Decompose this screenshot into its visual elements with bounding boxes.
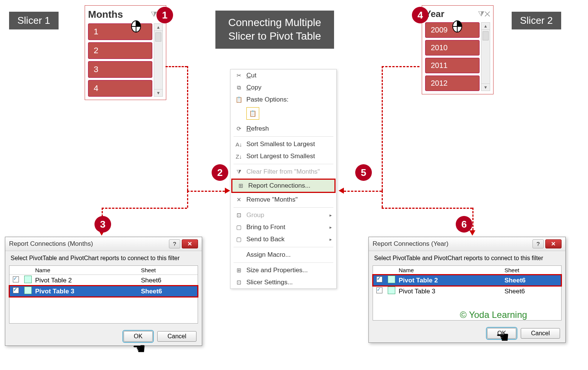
- close-button[interactable]: ✕: [182, 239, 198, 248]
- slicer-2-label: Slicer 2: [512, 12, 561, 29]
- pivottable-icon: [388, 287, 395, 294]
- slicer-item[interactable]: 2011: [425, 58, 480, 73]
- ctx-sort-desc[interactable]: Z↓Sort Largest to Smallest: [231, 150, 336, 162]
- cancel-button[interactable]: Cancel: [157, 331, 197, 342]
- close-button[interactable]: ✕: [545, 239, 562, 248]
- connector-line: [102, 208, 187, 209]
- table-row[interactable]: Pivot Table 3 Sheet6: [373, 286, 561, 297]
- step-badge-3: 3: [94, 216, 111, 233]
- slicer-1-label: Slicer 1: [9, 12, 59, 29]
- ctx-remove[interactable]: ✕Remove "Months": [231, 194, 336, 206]
- pivottable-icon: [24, 287, 32, 294]
- pointer-hand-icon: ☚: [496, 328, 509, 346]
- properties-icon: ⊞: [235, 267, 243, 274]
- context-menu: ✂Cut ⧉Copy 📋Paste Options: 📋 ⟳Refresh A↓…: [230, 69, 337, 289]
- slicer-item[interactable]: 4: [88, 80, 152, 97]
- report-connections-icon: ⊞: [237, 182, 244, 189]
- step-badge-1: 1: [156, 7, 173, 23]
- title-line-1: Connecting Multiple: [228, 16, 321, 29]
- connector-line: [382, 66, 383, 191]
- ctx-slicer-settings[interactable]: ⊡Slicer Settings...: [231, 276, 336, 288]
- copy-icon: ⧉: [235, 84, 243, 91]
- submenu-arrow-icon: ▸: [330, 213, 332, 218]
- ctx-paste-options: 📋Paste Options:: [231, 94, 336, 106]
- checkbox[interactable]: [13, 287, 19, 293]
- slicer-header: Months ⧩✕: [88, 9, 163, 20]
- slicer-item[interactable]: 2012: [425, 76, 480, 91]
- cancel-button[interactable]: Cancel: [521, 328, 560, 339]
- slicer-item[interactable]: 2010: [425, 40, 480, 55]
- ctx-report-connections[interactable]: ⊞Report Connections...: [231, 179, 336, 193]
- paste-icon: 📋: [235, 96, 243, 103]
- submenu-arrow-icon: ▸: [330, 237, 332, 242]
- dialog-table: Name Sheet Pivot Table 2 Sheet6 Pivot Ta…: [9, 265, 198, 324]
- connector-line: [382, 66, 419, 67]
- dialog-table: Name Sheet Pivot Table 2 Sheet6 Pivot Ta…: [373, 265, 562, 321]
- months-slicer[interactable]: Months ⧩✕ 1 2 3 4 ▲▼: [85, 5, 166, 100]
- dialog-title: Report Connections (Months): [9, 240, 93, 248]
- help-button[interactable]: ?: [169, 239, 180, 248]
- dialog-titlebar[interactable]: Report Connections (Months) ? ✕: [5, 237, 202, 251]
- table-row[interactable]: Pivot Table 2 Sheet6: [9, 275, 198, 286]
- arrow-head-icon: [469, 230, 475, 236]
- connector-line: [472, 208, 473, 230]
- arrow-head-icon: [225, 188, 230, 194]
- settings-icon: ⊡: [235, 279, 243, 286]
- paste-option-button[interactable]: 📋: [246, 107, 259, 120]
- help-button[interactable]: ?: [532, 239, 544, 248]
- slicer-title-months: Months: [88, 9, 123, 20]
- ctx-sort-asc[interactable]: A↓Sort Smallest to Largest: [231, 138, 336, 150]
- slicer-item[interactable]: 3: [88, 61, 152, 78]
- credit-text: © Yoda Learning: [460, 310, 588, 320]
- ctx-group: ⊡Group▸: [231, 209, 336, 221]
- checkbox[interactable]: [376, 287, 382, 293]
- col-header-name: Name: [397, 267, 504, 273]
- clear-filter-icon[interactable]: ⧩✕: [478, 10, 490, 18]
- right-click-cursor-icon: [128, 17, 144, 32]
- connector-line: [344, 191, 382, 192]
- connector-line: [382, 191, 383, 208]
- report-connections-dialog-months: Report Connections (Months) ? ✕ Select P…: [5, 237, 202, 346]
- checkbox[interactable]: [376, 276, 382, 282]
- sort-asc-icon: A↓: [235, 141, 243, 148]
- remove-icon: ✕: [235, 196, 243, 203]
- ctx-bring-front[interactable]: ▢Bring to Front▸: [231, 221, 336, 233]
- step-badge-4: 4: [412, 7, 429, 23]
- ctx-send-back[interactable]: ▢Send to Back▸: [231, 233, 336, 245]
- arrow-head-icon: [339, 188, 344, 194]
- slicer-item[interactable]: 2: [88, 42, 152, 59]
- ctx-cut[interactable]: ✂Cut: [231, 69, 336, 82]
- scrollbar[interactable]: ▲▼: [154, 23, 163, 97]
- col-header-sheet: Sheet: [504, 267, 561, 273]
- bring-front-icon: ▢: [235, 224, 243, 231]
- report-connections-dialog-year: Report Connections (Year) ? ✕ Select Piv…: [368, 237, 566, 343]
- scissors-icon: ✂: [235, 72, 243, 79]
- diagram-title: Connecting Multiple Slicer to Pivot Tabl…: [215, 11, 334, 49]
- connector-line: [187, 191, 225, 192]
- ctx-refresh[interactable]: ⟳Refresh: [231, 123, 336, 135]
- refresh-icon: ⟳: [235, 125, 243, 132]
- step-badge-2: 2: [212, 164, 228, 181]
- dialog-instruction: Select PivotTable and PivotChart reports…: [5, 251, 202, 265]
- connector-line: [187, 66, 188, 191]
- dialog-titlebar[interactable]: Report Connections (Year) ? ✕: [369, 237, 565, 251]
- pointer-hand-icon: ☚: [132, 340, 146, 357]
- table-row[interactable]: Pivot Table 3 Sheet6: [9, 286, 198, 297]
- checkbox[interactable]: [13, 276, 19, 282]
- connector-line: [166, 66, 187, 67]
- ctx-copy[interactable]: ⧉Copy: [231, 82, 336, 94]
- group-icon: ⊡: [235, 212, 243, 219]
- submenu-arrow-icon: ▸: [330, 225, 332, 230]
- right-click-cursor-icon: [450, 17, 465, 32]
- col-header-sheet: Sheet: [141, 267, 198, 273]
- funnel-clear-icon: ⧩: [235, 168, 243, 175]
- ctx-size-properties[interactable]: ⊞Size and Properties...: [231, 264, 336, 276]
- col-header-name: Name: [34, 267, 141, 273]
- connector-line: [382, 208, 472, 209]
- table-row[interactable]: Pivot Table 2 Sheet6: [373, 275, 561, 286]
- scrollbar[interactable]: ▲▼: [481, 22, 490, 91]
- ctx-clear-filter: ⧩Clear Filter from "Months": [231, 166, 336, 178]
- sort-desc-icon: Z↓: [235, 153, 243, 160]
- pivottable-icon: [388, 276, 395, 283]
- ctx-assign-macro[interactable]: Assign Macro...: [231, 249, 336, 261]
